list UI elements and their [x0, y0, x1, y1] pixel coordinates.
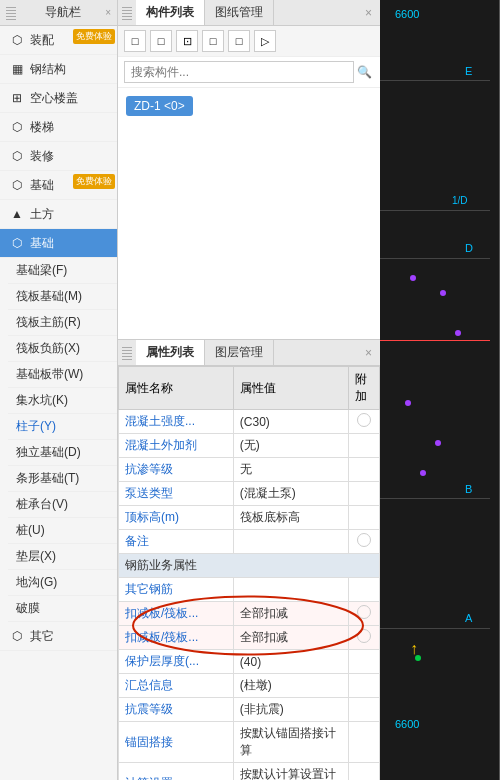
- addon-circle[interactable]: [357, 413, 371, 427]
- col-header-addon: 附加: [348, 367, 379, 410]
- sidebar-item-konglou[interactable]: ⊞ 空心楼盖: [0, 84, 117, 113]
- loti-icon: ⬡: [8, 118, 26, 136]
- attr-value-cell[interactable]: (40): [233, 650, 348, 674]
- sidebar-item-jichu-active[interactable]: ⬡ 基础: [0, 229, 117, 258]
- toolbar-btn-new[interactable]: □: [124, 30, 146, 52]
- sub-item-zhuang[interactable]: 桩承台(V): [8, 492, 117, 518]
- sidebar-item-label: 楼梯: [30, 119, 54, 136]
- canvas-label-1D: 1/D: [452, 195, 468, 206]
- component-tag-zd1[interactable]: ZD-1 <0>: [126, 96, 193, 116]
- sidebar-item-label: 装修: [30, 148, 54, 165]
- table-row: 泵送类型 (混凝土泵): [119, 482, 380, 506]
- sidebar-item-tufang[interactable]: ▲ 土方: [0, 200, 117, 229]
- jichu-sub-items: 基础梁(F) 筏板基础(M) 筏板主筋(R) 筏板负筋(X) 基础板带(W) 集…: [0, 258, 117, 622]
- attr-name-cell: 顶标高(m): [119, 506, 234, 530]
- attr-value-cell[interactable]: 全部扣减: [233, 602, 348, 626]
- tab-shuxingliebiao[interactable]: 属性列表: [136, 340, 205, 365]
- sub-item-pianjiW[interactable]: 基础板带(W): [8, 362, 117, 388]
- attr-addon-cell: [348, 674, 379, 698]
- canvas-dot-green: [415, 655, 421, 661]
- attr-value-cell[interactable]: (混凝土泵): [233, 482, 348, 506]
- sub-item-jishui[interactable]: 集水坑(K): [8, 388, 117, 414]
- table-row: 抗震等级 (非抗震): [119, 698, 380, 722]
- table-row: 钢筋业务属性: [119, 554, 380, 578]
- sub-item-dianXiu[interactable]: 垫层(X): [8, 544, 117, 570]
- gangjiegou-icon: ▦: [8, 60, 26, 78]
- sub-item-jichuliang[interactable]: 基础梁(F): [8, 258, 117, 284]
- sub-item-zhuangU[interactable]: 桩(U): [8, 518, 117, 544]
- sidebar-item-label: 基础: [30, 235, 54, 252]
- toolbar-btn-play[interactable]: ▷: [254, 30, 276, 52]
- sub-item-tiaoji[interactable]: 条形基础(T): [8, 466, 117, 492]
- canvas-hline-B: [380, 498, 490, 499]
- attr-value-cell[interactable]: 筏板底标高: [233, 506, 348, 530]
- canvas-hline-E: [380, 80, 490, 81]
- top-panel-drag[interactable]: [122, 6, 132, 20]
- sub-item-zhuzi[interactable]: 柱子(Y): [8, 414, 117, 440]
- sub-item-pomo[interactable]: 破膜: [8, 596, 117, 622]
- sub-item-pianjiX[interactable]: 筏板负筋(X): [8, 336, 117, 362]
- addon-circle[interactable]: [357, 605, 371, 619]
- attr-value-cell[interactable]: 按默认计算设置计算: [233, 763, 348, 781]
- sidebar-header: 导航栏 ×: [0, 0, 117, 26]
- top-panel-close-button[interactable]: ×: [361, 6, 376, 20]
- attr-name-cell: 抗震等级: [119, 698, 234, 722]
- sidebar-item-label: 基础: [30, 177, 54, 194]
- attr-value-cell[interactable]: (无): [233, 434, 348, 458]
- attr-value-cell[interactable]: 无: [233, 458, 348, 482]
- bottom-panel-close-button[interactable]: ×: [361, 346, 376, 360]
- sidebar-title: 导航栏: [45, 4, 81, 21]
- sidebar-item-loti[interactable]: ⬡ 楼梯: [0, 113, 117, 142]
- bottom-panel-drag[interactable]: [122, 346, 132, 360]
- attr-addon-cell: [348, 650, 379, 674]
- attr-value-cell[interactable]: (非抗震): [233, 698, 348, 722]
- attr-addon-cell: [348, 482, 379, 506]
- attr-addon-cell: [348, 698, 379, 722]
- table-row: 顶标高(m) 筏板底标高: [119, 506, 380, 530]
- sidebar-item-label: 其它: [30, 628, 54, 645]
- toolbar-btn-delete[interactable]: ⊡: [176, 30, 198, 52]
- search-input[interactable]: [124, 61, 354, 83]
- sub-item-pianjiR[interactable]: 筏板主筋(R): [8, 310, 117, 336]
- table-row: 锚固搭接 按默认锚固搭接计算: [119, 722, 380, 763]
- attr-name-cell: 汇总信息: [119, 674, 234, 698]
- attr-value-cell[interactable]: (柱墩): [233, 674, 348, 698]
- attr-value-cell[interactable]: [233, 530, 348, 554]
- attr-section-header: 钢筋业务属性: [119, 554, 380, 578]
- sidebar-item-gangjiegou[interactable]: ▦ 钢结构: [0, 55, 117, 84]
- addon-circle[interactable]: [357, 629, 371, 643]
- sidebar-close-button[interactable]: ×: [105, 7, 111, 18]
- toolbar-btn-copy[interactable]: □: [150, 30, 172, 52]
- attr-addon-cell: [348, 763, 379, 781]
- table-row: 汇总信息 (柱墩): [119, 674, 380, 698]
- attr-name-cell: 抗渗等级: [119, 458, 234, 482]
- sidebar-item-zhuangpei[interactable]: ⬡ 装配 免费体验: [0, 26, 117, 55]
- sub-item-duli[interactable]: 独立基础(D): [8, 440, 117, 466]
- attr-addon-cell: [348, 410, 379, 434]
- sub-item-pianjiM[interactable]: 筏板基础(M): [8, 284, 117, 310]
- attr-name-cell: 备注: [119, 530, 234, 554]
- sidebar-drag-handle[interactable]: [6, 6, 16, 20]
- sub-item-diGou[interactable]: 地沟(G): [8, 570, 117, 596]
- canvas-label-E: E: [465, 65, 472, 77]
- tab-tuzhi[interactable]: 图纸管理: [205, 0, 274, 25]
- addon-circle[interactable]: [357, 533, 371, 547]
- attr-value-cell[interactable]: 全部扣减: [233, 626, 348, 650]
- toolbar-btn-paste[interactable]: □: [202, 30, 224, 52]
- table-row: 计算设置 按默认计算设置计算: [119, 763, 380, 781]
- attr-value-cell[interactable]: 按默认锚固搭接计算: [233, 722, 348, 763]
- tab-gujianliebiao[interactable]: 构件列表: [136, 0, 205, 25]
- sidebar-item-zhuangxiu[interactable]: ⬡ 装修: [0, 142, 117, 171]
- tab-tuceng[interactable]: 图层管理: [205, 340, 274, 365]
- attr-value-cell[interactable]: (C30): [233, 410, 348, 434]
- table-row: 扣减板/筏板... 全部扣减: [119, 626, 380, 650]
- table-row: 抗渗等级 无: [119, 458, 380, 482]
- canvas-dot-1: [410, 275, 416, 281]
- sidebar-item-jichutop[interactable]: ⬡ 基础 免费体验: [0, 171, 117, 200]
- attr-value-cell[interactable]: [233, 578, 348, 602]
- attr-name-cell: 泵送类型: [119, 482, 234, 506]
- toolbar-btn-more[interactable]: □: [228, 30, 250, 52]
- sidebar-item-qita[interactable]: ⬡ 其它: [0, 622, 117, 651]
- attr-name-cell: 混凝土强度...: [119, 410, 234, 434]
- attr-name-cell: 计算设置: [119, 763, 234, 781]
